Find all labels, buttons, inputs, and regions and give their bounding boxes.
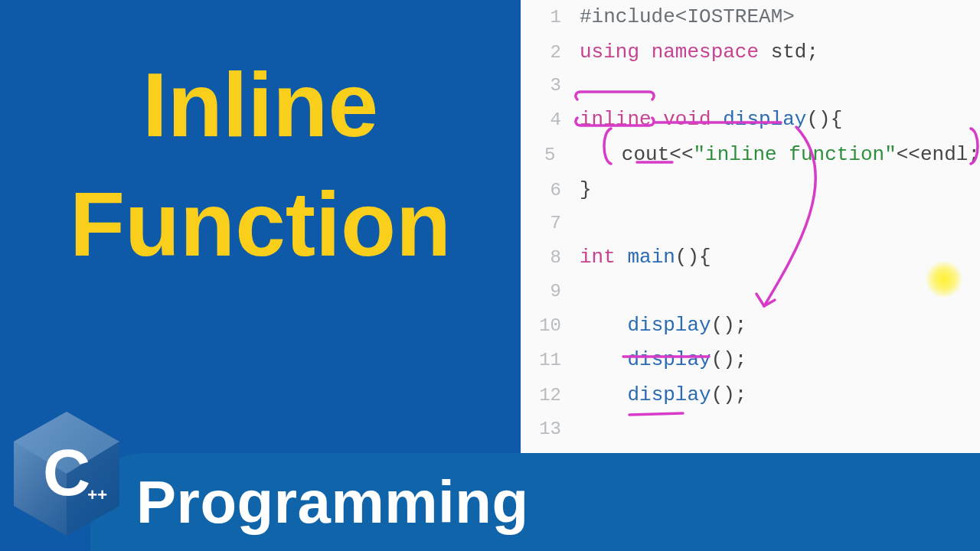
code-content: display();	[580, 311, 746, 341]
code-token: endl	[920, 143, 968, 166]
cpp-logo-letter: C	[43, 435, 90, 510]
code-token: "inline function"	[694, 143, 897, 166]
line-number: 11	[532, 347, 561, 374]
title-line-1: Inline	[142, 54, 378, 155]
code-token	[573, 143, 621, 166]
code-token: (){	[806, 108, 842, 131]
code-token: ();	[711, 314, 747, 337]
line-number: 9	[532, 279, 561, 305]
code-token: namespace	[652, 41, 771, 64]
code-token: display	[627, 383, 710, 406]
code-line: 2using namespace std;	[521, 35, 980, 70]
code-line: 5 cout<<"inline function"<<endl;	[521, 138, 980, 173]
code-token	[580, 314, 627, 337]
code-token: void	[663, 108, 723, 131]
code-content: int main(){	[580, 243, 711, 272]
line-number: 13	[532, 416, 561, 443]
code-token: <<	[669, 143, 693, 166]
cpp-logo-plus: ++	[87, 485, 107, 505]
code-token: using	[580, 41, 652, 64]
code-line: 1#include<IOSTREAM>	[521, 0, 980, 35]
banner-text: Programming	[136, 468, 529, 537]
line-number: 1	[532, 5, 561, 31]
code-token: <	[675, 5, 688, 28]
line-number: 6	[532, 178, 561, 204]
line-number: 5	[532, 142, 555, 169]
code-line: 4inline void display(){	[521, 103, 980, 138]
code-line: 11 display();	[521, 343, 980, 378]
thumbnail-stage: Inline Function 1#include<IOSTREAM>2usin…	[0, 0, 980, 551]
code-content: cout<<"inline function"<<endl;	[573, 141, 980, 170]
line-number: 3	[532, 73, 561, 99]
code-line: 7	[521, 207, 980, 240]
code-token: display	[627, 314, 710, 337]
code-token	[580, 348, 627, 371]
code-token: <<	[897, 143, 920, 166]
code-token: ;	[968, 143, 980, 166]
line-number: 2	[532, 40, 561, 67]
main-title: Inline Function	[70, 54, 451, 276]
title-line-2: Function	[70, 173, 451, 277]
code-token: ;	[806, 41, 818, 64]
bottom-banner: Programming	[90, 453, 980, 551]
line-number: 10	[532, 313, 561, 340]
code-token: ();	[711, 348, 747, 371]
code-editor-pane: 1#include<IOSTREAM>2using namespace std;…	[521, 0, 980, 453]
line-number: 4	[532, 107, 561, 134]
line-number: 7	[532, 210, 561, 237]
cpp-logo-hexagon: C ++	[9, 409, 124, 539]
code-content: display();	[580, 381, 746, 410]
line-number: 8	[532, 245, 561, 272]
code-line: 13	[521, 413, 980, 446]
code-line: 8int main(){	[521, 240, 980, 276]
code-token: int	[580, 246, 627, 269]
code-content: inline void display(){	[580, 106, 842, 135]
code-content: }	[580, 176, 592, 205]
code-token: (){	[675, 246, 711, 269]
code-token: #include	[580, 5, 675, 28]
code-content: using namespace std;	[580, 38, 818, 67]
code-token	[580, 383, 627, 406]
code-line: 14 return 0;	[521, 445, 980, 453]
code-line: 6}	[521, 173, 980, 208]
code-line: 10 display();	[521, 308, 980, 344]
code-token: >	[782, 5, 795, 28]
code-content: display();	[580, 346, 746, 375]
cpp-logo: C ++	[9, 409, 124, 539]
code-token: IOSTREAM	[687, 5, 782, 28]
code-token: inline	[580, 108, 663, 131]
code-content: #include<IOSTREAM>	[580, 3, 795, 32]
code-token: std	[771, 41, 807, 64]
code-token: ();	[711, 383, 747, 406]
code-line: 9	[521, 276, 980, 308]
code-line: 12 display();	[521, 378, 980, 413]
code-token: display	[723, 108, 806, 131]
code-token: cout	[622, 143, 669, 166]
line-number: 12	[532, 383, 561, 409]
code-token: }	[580, 178, 592, 201]
code-token: main	[627, 246, 675, 269]
code-line: 3	[521, 70, 980, 103]
code-token: display	[627, 348, 710, 371]
